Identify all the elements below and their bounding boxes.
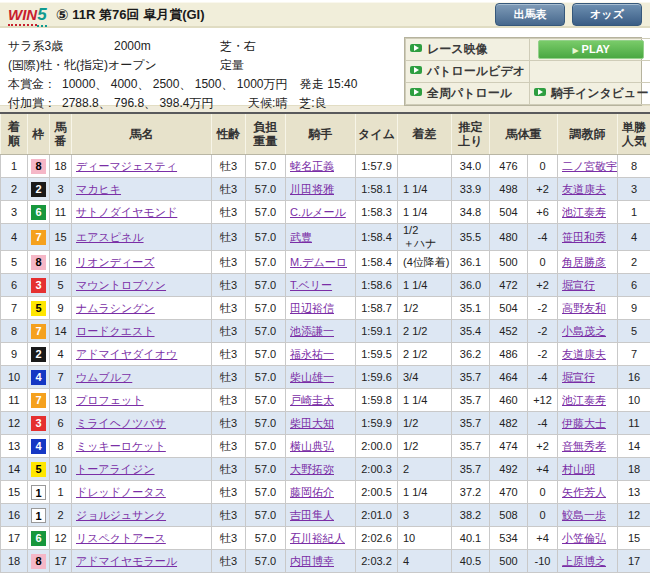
trainer-link[interactable]: 小島茂之 — [562, 325, 606, 337]
cell-horse-number: 11 — [50, 201, 72, 224]
horse-name-link[interactable]: ディーマジェスティ — [76, 160, 177, 172]
cell-weight-change: -10 — [528, 550, 558, 573]
cell-last-3f: 35.7 — [452, 435, 490, 458]
trainer-link[interactable]: 角居勝彦 — [562, 256, 606, 268]
horse-name-link[interactable]: ミッキーロケット — [76, 440, 166, 452]
title-bar: WIN5 ⑤ 11R 第76回 皐月賞(GI) 出馬表 オッズ — [0, 2, 650, 28]
jockey-link[interactable]: 川田将雅 — [290, 183, 334, 195]
cell-time: 2:01.0 — [356, 504, 398, 527]
horse-name-link[interactable]: アドマイヤダイオウ — [76, 348, 177, 360]
jockey-link[interactable]: 柴田大知 — [290, 417, 334, 429]
cell-finish-position: 6 — [1, 274, 28, 297]
cell-horse-number: 5 — [50, 274, 72, 297]
jockey-link[interactable]: C.ルメール — [290, 206, 346, 218]
trainer-link[interactable]: 池江泰寿 — [562, 206, 606, 218]
cell-time: 1:59.8 — [356, 389, 398, 412]
horse-name-link[interactable]: マカヒキ — [76, 183, 121, 195]
trainer-link[interactable]: 矢作芳人 — [562, 486, 606, 498]
odds-button[interactable]: オッズ — [572, 3, 642, 26]
jockey-link[interactable]: 武豊 — [290, 231, 312, 243]
trainer-link[interactable]: 堀宣行 — [562, 371, 595, 383]
jockey-link[interactable]: 内田博幸 — [290, 555, 334, 567]
cell-trainer: 笹田和秀 — [558, 224, 618, 251]
jockey-link[interactable]: 蛯名正義 — [290, 160, 334, 172]
trainer-link[interactable]: 音無秀孝 — [562, 440, 606, 452]
trainer-link[interactable]: 上原博之 — [562, 555, 606, 567]
horse-name-link[interactable]: エアスピネル — [76, 231, 144, 243]
trainer-link[interactable]: 小笠倫弘 — [562, 532, 606, 544]
trainer-link[interactable]: 池江泰寿 — [562, 394, 606, 406]
full-patrol-link[interactable]: 全周パトロール — [427, 86, 512, 100]
race-title: 11R 第76回 皐月賞(GI) — [72, 6, 204, 24]
jockey-link[interactable]: 藤岡佑介 — [290, 486, 334, 498]
horse-name-link[interactable]: ドレッドノータス — [76, 486, 166, 498]
jockey-link[interactable]: M.デムーロ — [290, 256, 347, 268]
jockey-link[interactable]: 田辺裕信 — [290, 302, 334, 314]
horse-name-link[interactable]: ウムブルフ — [76, 371, 132, 383]
cell-last-3f: 34.8 — [452, 201, 490, 224]
cell-finish-position: 1 — [1, 155, 28, 178]
jockey-link[interactable]: T.ベリー — [290, 279, 332, 291]
race-video-link[interactable]: レース映像 — [427, 42, 488, 56]
cell-margin: (4位降着) — [398, 251, 452, 274]
cell-last-3f: 35.7 — [452, 366, 490, 389]
play-button-cell: ▶PLAY — [529, 39, 650, 61]
horse-name-link[interactable]: ロードクエスト — [76, 325, 155, 337]
jockey-link[interactable]: 戸崎圭太 — [290, 394, 334, 406]
trainer-link[interactable]: 鮫島一歩 — [562, 509, 606, 521]
jockey-interview-link[interactable]: 騎手インタビュー — [551, 86, 648, 100]
cell-jockey: 田辺裕信 — [286, 297, 356, 320]
cell-frame: 7 — [28, 389, 50, 412]
trainer-link[interactable]: 二ノ宮敬宇 — [562, 160, 617, 172]
jockey-link[interactable]: 横山典弘 — [290, 440, 334, 452]
frame-number-box: 1 — [31, 508, 46, 523]
horse-name-link[interactable]: トーアライジン — [76, 463, 155, 475]
horse-name-link[interactable]: ミライヘノツバサ — [76, 417, 166, 429]
trainer-link[interactable]: 友道康夫 — [562, 348, 606, 360]
cell-weight-change: -2 — [528, 320, 558, 343]
cell-margin — [398, 155, 452, 178]
jockey-link[interactable]: 柴山雄一 — [290, 371, 334, 383]
horse-name-link[interactable]: ナムラシングン — [76, 302, 155, 314]
patrol-video-link[interactable]: パトロールビデオ — [427, 64, 525, 78]
cell-time: 1:58.6 — [356, 274, 398, 297]
race-distance: 2000m — [114, 37, 151, 55]
cell-horse-number: 16 — [50, 251, 72, 274]
table-row: 6 3 5 マウントロブソン 牡3 57.0 T.ベリー 1:58.6 1 1/… — [1, 274, 650, 297]
cell-sex-age: 牡3 — [212, 297, 246, 320]
jockey-link[interactable]: 池添謙一 — [290, 325, 334, 337]
trainer-link[interactable]: 笹田和秀 — [562, 231, 606, 243]
cell-jockey: 武豊 — [286, 224, 356, 251]
horse-name-link[interactable]: プロフェット — [76, 394, 144, 406]
trainer-link[interactable]: 村山明 — [562, 463, 595, 475]
cell-jockey: 吉田隼人 — [286, 504, 356, 527]
trainer-link[interactable]: 堀宣行 — [562, 279, 595, 291]
trainer-link[interactable]: 伊藤大士 — [562, 417, 606, 429]
cell-jockey: 福永祐一 — [286, 343, 356, 366]
entries-button[interactable]: 出馬表 — [495, 3, 565, 26]
cell-frame: 4 — [28, 366, 50, 389]
horse-name-link[interactable]: マウントロブソン — [76, 279, 166, 291]
cell-trainer: 上原博之 — [558, 550, 618, 573]
green-play-icon — [410, 44, 422, 52]
jockey-link[interactable]: 大野拓弥 — [290, 463, 334, 475]
trainer-link[interactable]: 高野友和 — [562, 302, 606, 314]
jockey-link[interactable]: 福永祐一 — [290, 348, 334, 360]
horse-name-link[interactable]: ジョルジュサンク — [76, 509, 166, 521]
horse-name-link[interactable]: リスペクトアース — [76, 532, 166, 544]
frame-number-box: 6 — [31, 205, 46, 220]
cell-horse-name: サトノダイヤモンド — [72, 201, 212, 224]
cell-load-weight: 57.0 — [246, 481, 286, 504]
horse-name-link[interactable]: アドマイヤモラール — [76, 555, 177, 567]
cell-finish-position: 8 — [1, 320, 28, 343]
horse-name-link[interactable]: リオンディーズ — [76, 256, 155, 268]
play-button[interactable]: ▶PLAY — [538, 40, 644, 59]
cell-win-popularity: 8 — [618, 155, 650, 178]
jockey-link[interactable]: 吉田隼人 — [290, 509, 334, 521]
cell-sex-age: 牡3 — [212, 435, 246, 458]
horse-name-link[interactable]: サトノダイヤモンド — [76, 206, 177, 218]
jockey-link[interactable]: 石川裕紀人 — [290, 532, 345, 544]
trainer-link[interactable]: 友道康夫 — [562, 183, 606, 195]
cell-load-weight: 57.0 — [246, 297, 286, 320]
cell-sex-age: 牡3 — [212, 366, 246, 389]
